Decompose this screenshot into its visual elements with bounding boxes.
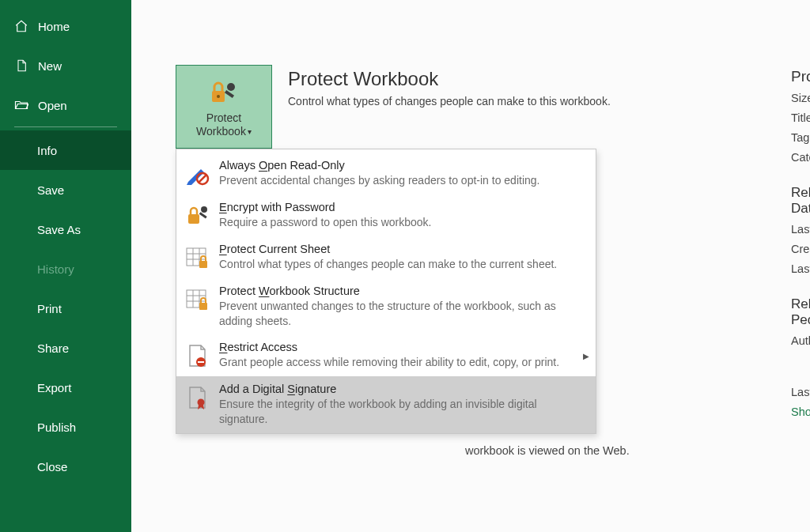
dd-readonly-u: O <box>259 159 267 172</box>
sidebar-export-label: Export <box>37 381 71 394</box>
lock-key-icon <box>207 80 240 107</box>
sidebar-saveas-label: Save As <box>37 223 81 236</box>
sidebar-print-label: Print <box>37 302 62 315</box>
props-created: Created <box>791 240 810 259</box>
dd-ra-u: R <box>219 341 227 353</box>
svg-rect-3 <box>225 89 234 97</box>
dd-ds-u: S <box>287 383 295 395</box>
props-related-dates: Related Dates <box>791 185 810 217</box>
dd-pw-u: W <box>259 285 269 297</box>
workbook-lock-icon <box>184 286 211 313</box>
sidebar-close[interactable]: Close <box>0 447 131 486</box>
sidebar-saveas[interactable]: Save As <box>0 209 131 249</box>
props-show-all[interactable]: Show All Properties <box>791 402 810 422</box>
backstage-sidebar: Home New Open Info Save Save As History <box>0 0 131 532</box>
props-size: Size <box>791 89 810 108</box>
chevron-down-icon: ▾ <box>248 127 252 136</box>
protect-desc: Control what types of changes people can… <box>288 95 611 108</box>
dd-ds-pre: Add a Digital <box>219 383 287 395</box>
sidebar-publish[interactable]: Publish <box>0 407 131 447</box>
doc-restrict-icon <box>184 342 211 369</box>
dd-ps-sub: Control what types of changes people can… <box>219 257 557 272</box>
dd-ra-post: estrict Access <box>227 341 297 353</box>
dd-ps-u: P <box>219 243 227 255</box>
dd-encrypt-sub: Require a password to open this workbook… <box>219 215 431 230</box>
props-categories: Categories <box>791 148 810 168</box>
sidebar-open[interactable]: Open <box>0 85 131 125</box>
menu-protect-current-sheet[interactable]: Protect Current Sheet Control what types… <box>176 236 596 278</box>
protect-section: Protect Workbook▾ Protect Workbook Contr… <box>176 65 810 149</box>
sidebar-share-label: Share <box>37 341 69 355</box>
properties-panel: Properties Size Title Tags Categories Re… <box>791 68 810 422</box>
dd-readonly-sub: Prevent accidental changes by asking rea… <box>219 173 539 188</box>
svg-point-8 <box>201 206 207 213</box>
pencil-prohibit-icon <box>184 160 211 187</box>
menu-protect-workbook-structure[interactable]: Protect Workbook Structure Prevent unwan… <box>176 278 596 335</box>
menu-encrypt-password[interactable]: Encrypt with Password Require a password… <box>176 194 596 236</box>
protect-button-label-2: Workbook <box>196 125 246 138</box>
menu-restrict-access[interactable]: Restrict Access Grant people access whil… <box>176 334 596 376</box>
sidebar-save[interactable]: Save <box>0 170 131 209</box>
sidebar-open-label: Open <box>38 99 67 112</box>
sidebar-export[interactable]: Export <box>0 368 131 407</box>
dd-pw-post: orkbook Structure <box>269 285 359 297</box>
props-last-printed: Last Printed <box>791 259 810 279</box>
dd-ps-post: rotect Current Sheet <box>227 243 331 255</box>
dd-encrypt-u: E <box>219 201 227 213</box>
doc-signature-icon <box>184 384 211 411</box>
sidebar-new-label: New <box>38 59 62 73</box>
dd-readonly-pre: Always <box>219 159 259 172</box>
home-icon <box>14 19 28 33</box>
props-related-people: Related People <box>791 296 810 328</box>
sidebar-share[interactable]: Share <box>0 328 131 368</box>
protect-heading: Protect Workbook <box>288 68 611 90</box>
sidebar-history-label: History <box>37 262 74 276</box>
props-last-modified: Last Modified <box>791 220 810 240</box>
sidebar-publish-label: Publish <box>37 421 76 434</box>
menu-add-digital-signature[interactable]: Add a Digital Signature Ensure the integ… <box>176 376 596 433</box>
sidebar-history: History <box>0 249 131 289</box>
lock-key-small-icon <box>184 202 211 229</box>
svg-rect-23 <box>198 361 204 363</box>
protect-dropdown-menu: Always Open Read-Only Prevent accidental… <box>176 149 596 434</box>
new-file-icon <box>14 58 28 73</box>
open-folder-icon <box>14 98 28 112</box>
svg-rect-7 <box>188 214 199 224</box>
props-tags: Tags <box>791 128 810 148</box>
sidebar-home[interactable]: Home <box>0 6 131 46</box>
props-last-modified-by: Last Modified By <box>791 383 810 402</box>
sidebar-info-label: Info <box>37 144 57 157</box>
sidebar-info[interactable]: Info <box>0 130 131 170</box>
props-title: Title <box>791 108 810 128</box>
dd-ra-sub: Grant people access while removing their… <box>219 355 559 370</box>
dd-encrypt-post: ncrypt with Password <box>227 201 335 213</box>
sidebar-separator <box>14 126 117 127</box>
bg-text-4: workbook is viewed on the Web. <box>465 444 630 457</box>
sidebar-print[interactable]: Print <box>0 289 131 328</box>
dd-ds-post: ignature <box>295 383 336 395</box>
svg-marker-4 <box>187 169 204 185</box>
info-main: Protect Workbook▾ Protect Workbook Contr… <box>131 0 810 532</box>
dd-pw-pre: Protect <box>219 285 259 297</box>
protect-workbook-button[interactable]: Protect Workbook▾ <box>176 65 272 149</box>
svg-rect-15 <box>199 261 207 268</box>
dd-ds-sub: Ensure the integrity of the workbook by … <box>219 397 567 427</box>
svg-rect-9 <box>199 212 207 218</box>
menu-always-open-readonly[interactable]: Always Open Read-Only Prevent accidental… <box>176 153 596 194</box>
sidebar-save-label: Save <box>37 183 64 197</box>
svg-rect-21 <box>199 303 207 310</box>
protect-button-label-1: Protect <box>206 111 241 124</box>
svg-point-2 <box>227 83 235 91</box>
sidebar-new[interactable]: New <box>0 46 131 85</box>
sidebar-home-label: Home <box>38 20 70 33</box>
props-author: Author <box>791 331 810 351</box>
sidebar-close-label: Close <box>37 460 67 474</box>
submenu-arrow-icon: ▶ <box>583 351 589 360</box>
dd-pw-sub: Prevent unwanted changes to the structur… <box>219 299 567 329</box>
sheet-lock-icon <box>184 244 211 271</box>
svg-point-1 <box>217 95 220 98</box>
dd-readonly-post: pen Read-Only <box>267 159 345 172</box>
props-header: Properties <box>791 68 810 85</box>
